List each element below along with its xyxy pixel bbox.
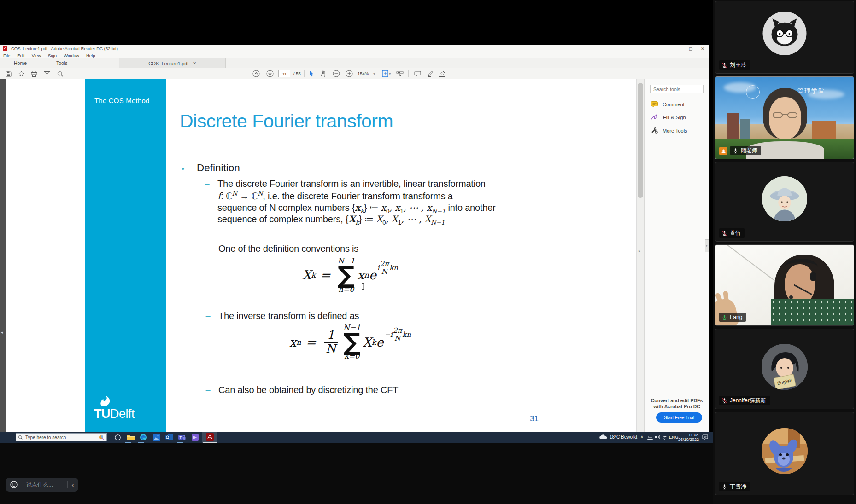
- wrench-plus-icon: [651, 127, 658, 134]
- tab-close-icon[interactable]: ✕: [193, 61, 196, 65]
- toolbar: / 55 154% ▾ ▾: [0, 68, 709, 79]
- mic-muted-icon: [721, 398, 727, 404]
- left-pane-toggle-icon[interactable]: ◂: [1, 330, 3, 335]
- acrobat-taskbar-button[interactable]: [202, 432, 217, 443]
- menu-view[interactable]: View: [32, 53, 41, 58]
- participant-tile[interactable]: 丁雪净: [715, 412, 854, 495]
- tab-bar: Home Tools COS_Lecture1.pdf ✕: [0, 58, 709, 68]
- print-button[interactable]: [29, 70, 39, 78]
- speaker-icon[interactable]: [655, 434, 660, 440]
- edge-button[interactable]: [137, 433, 149, 442]
- menu-window[interactable]: Window: [64, 53, 79, 58]
- star-button[interactable]: [17, 70, 26, 78]
- scrollbar-thumb[interactable]: [638, 83, 643, 198]
- meeting-bottom-area: [0, 443, 713, 504]
- toolbar-separator: [304, 70, 305, 77]
- slide-sidebar: [85, 79, 166, 432]
- language-indicator[interactable]: ENG: [669, 434, 679, 440]
- close-button[interactable]: ✕: [697, 45, 709, 52]
- zoom-out-button[interactable]: [332, 70, 341, 78]
- page-number-input[interactable]: [278, 70, 290, 77]
- previous-page-button[interactable]: [252, 70, 261, 78]
- network-icon[interactable]: [662, 434, 668, 440]
- app-purple-button[interactable]: [189, 433, 201, 442]
- photos-button[interactable]: [150, 433, 162, 442]
- hat-portrait-avatar-icon: [762, 176, 807, 221]
- touch-keyboard-icon[interactable]: [647, 435, 653, 440]
- panel-item-fill-sign[interactable]: Fill & Sign: [651, 114, 686, 121]
- page-fit-button[interactable]: [381, 70, 390, 78]
- taskbar-search-box[interactable]: Type here to search: [16, 433, 107, 441]
- outlook-button[interactable]: [163, 433, 175, 442]
- taskbar-search-placeholder: Type here to search: [25, 435, 66, 440]
- participant-tile[interactable]: English Jennifer薛新新: [715, 329, 854, 409]
- tray-expand-icon[interactable]: ∧: [640, 434, 644, 439]
- mic-on-icon: [733, 148, 739, 154]
- comment-tool-button[interactable]: [413, 70, 422, 78]
- comment-icon: [651, 101, 658, 108]
- search-tools-input[interactable]: [650, 85, 704, 93]
- emoji-icon[interactable]: [10, 481, 18, 488]
- page-fit-dropdown-icon[interactable]: ▾: [389, 71, 391, 76]
- start-free-trial-button[interactable]: Start Free Trial: [656, 412, 702, 423]
- participant-nametag: Jennifer薛新新: [719, 396, 770, 405]
- menu-sign[interactable]: Sign: [48, 53, 57, 58]
- chat-divider: [22, 481, 22, 488]
- hand-tool-button[interactable]: [319, 70, 328, 78]
- file-explorer-icon: [127, 434, 135, 440]
- tu-delft-flame-icon: [98, 396, 113, 408]
- building-glass: [740, 119, 750, 141]
- select-tool-button[interactable]: [307, 70, 316, 78]
- zoom-level-label[interactable]: 154%: [358, 71, 369, 76]
- outlook-icon: [165, 434, 173, 440]
- tab-tools[interactable]: Tools: [56, 60, 68, 66]
- restore-button[interactable]: ▢: [685, 45, 697, 52]
- participant-tile[interactable]: Fang: [715, 244, 854, 326]
- weather-label[interactable]: 18°C Bewölkt: [610, 434, 637, 440]
- menu-edit[interactable]: Edit: [17, 53, 24, 58]
- participant-tile[interactable]: 管理学院 顾老师: [715, 76, 854, 159]
- headset-earcup: [810, 272, 816, 281]
- participant-tile[interactable]: 萱竹: [715, 162, 854, 242]
- chat-placeholder[interactable]: 说点什么...: [26, 481, 53, 489]
- toolbar-widget-button[interactable]: [395, 70, 405, 78]
- dash-icon: –: [205, 243, 211, 254]
- tab-document-label: COS_Lecture1.pdf: [148, 61, 188, 66]
- photos-icon: [153, 434, 160, 441]
- pencil-tool-button[interactable]: [426, 70, 435, 78]
- chat-collapse-button[interactable]: ‹: [72, 481, 74, 488]
- glasses-left: [773, 112, 783, 118]
- glasses-right: [787, 112, 797, 118]
- zoom-dropdown-icon[interactable]: ▾: [373, 71, 375, 76]
- file-explorer-button[interactable]: [124, 433, 136, 442]
- pane-toggle-icon[interactable]: ▸: [639, 249, 641, 253]
- participant-tile[interactable]: 刘玉玲: [715, 1, 854, 74]
- participant-nametag: 丁雪净: [719, 482, 750, 491]
- next-page-button[interactable]: [265, 70, 275, 78]
- tab-document[interactable]: COS_Lecture1.pdf ✕: [119, 58, 226, 68]
- participant-nametag: 萱竹: [719, 228, 745, 238]
- vertical-scrollbar[interactable]: [636, 79, 644, 432]
- email-button[interactable]: [42, 70, 52, 78]
- person-icon: [721, 149, 726, 154]
- cortana-button[interactable]: [111, 433, 123, 442]
- sign-tool-button[interactable]: [438, 70, 447, 78]
- save-button[interactable]: [4, 70, 13, 78]
- zoom-in-button[interactable]: [345, 70, 354, 78]
- clock[interactable]: 11:08 26/10/2022: [678, 433, 698, 442]
- minimize-button[interactable]: –: [673, 45, 685, 52]
- action-center-icon[interactable]: [702, 434, 708, 440]
- find-button[interactable]: [55, 70, 64, 78]
- participant-nametag: Fang: [719, 313, 746, 322]
- teams-button[interactable]: [176, 433, 188, 442]
- mic-muted-icon: [721, 230, 727, 236]
- definition-heading: Definition: [197, 162, 240, 174]
- teams-icon: [178, 434, 186, 441]
- menu-file[interactable]: File: [3, 53, 10, 58]
- chat-input-bar[interactable]: 说点什么... ‹: [6, 478, 78, 492]
- menu-help[interactable]: Help: [86, 53, 95, 58]
- tab-home[interactable]: Home: [14, 60, 27, 66]
- panel-item-comment[interactable]: Comment: [651, 101, 685, 108]
- panel-item-more-tools[interactable]: More Tools: [651, 127, 687, 134]
- participant-nametag: 顾老师: [730, 146, 761, 155]
